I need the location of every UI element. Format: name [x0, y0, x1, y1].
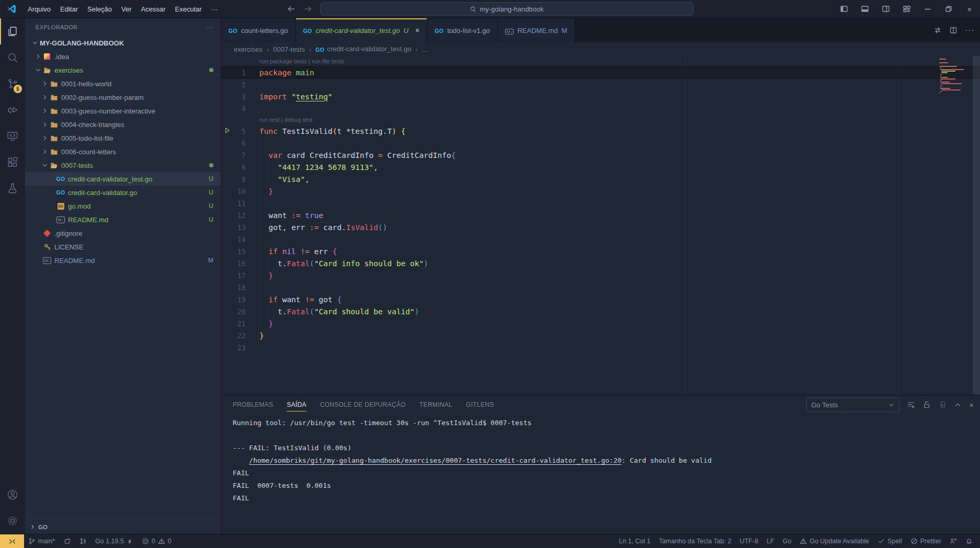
codelens[interactable]: run package tests | run file tests — [221, 56, 980, 66]
back-icon[interactable] — [287, 4, 296, 14]
menu-item-editar[interactable]: Editar — [55, 3, 83, 15]
status-spell[interactable]: Spell — [873, 534, 906, 548]
status-remote-indicator[interactable] — [0, 534, 24, 548]
lock-output-icon[interactable] — [922, 401, 931, 409]
more-actions-icon[interactable]: ··· — [206, 24, 213, 30]
close-icon[interactable]: × — [959, 0, 980, 18]
more-actions-icon[interactable]: ··· — [965, 26, 975, 35]
open-changes-icon[interactable] — [933, 26, 942, 35]
activity-settings[interactable] — [0, 508, 25, 534]
run-test-icon[interactable] — [223, 127, 231, 134]
tree-root[interactable]: MY-GOLANG-HANDBOOK — [25, 36, 221, 50]
status-problems[interactable]: 00 — [138, 534, 176, 548]
output-console[interactable]: Running tool: /usr/bin/go test -timeout … — [221, 414, 980, 534]
menu-item-executar[interactable]: Executar — [170, 3, 207, 15]
panel-tab-gitlens[interactable]: GITLENS — [466, 395, 494, 414]
minimize-icon[interactable] — [917, 0, 938, 18]
activity-run-debug[interactable] — [0, 97, 25, 123]
toggle-secondary-sidebar-icon[interactable] — [875, 0, 896, 18]
tree-item-label: 0004-check-triangles — [61, 121, 213, 129]
clear-output-icon[interactable] — [907, 401, 915, 409]
status-git-branch[interactable]: main* — [24, 534, 59, 548]
tab-count-letters-go[interactable]: GOcount-letters.go — [221, 18, 296, 42]
tree-item-0003-guess-number-interactive[interactable]: 0003-guess-number-interactive — [25, 104, 221, 118]
restore-icon[interactable] — [938, 0, 959, 18]
status-encoding[interactable]: UTF-8 — [735, 534, 762, 548]
menu-item-acessar[interactable]: Acessar — [136, 3, 170, 15]
tree-item--idea[interactable]: .idea — [25, 50, 221, 63]
activity-extensions[interactable] — [0, 149, 25, 175]
status-feedback[interactable] — [945, 534, 961, 548]
minimap[interactable] — [939, 58, 970, 96]
codelens[interactable]: run test | debug test — [221, 115, 980, 125]
tree-item-readme-md[interactable]: M↓README.mdM — [25, 254, 221, 267]
output-channel-dropdown[interactable]: Go Tests — [806, 397, 899, 412]
tab-todo-list-v1-go[interactable]: GOtodo-list-v1.go — [427, 18, 498, 42]
tree-item-go-mod[interactable]: GOgo.modU — [25, 199, 221, 213]
menu-item-ver[interactable]: Ver — [117, 3, 136, 15]
line-number: 12 — [221, 211, 246, 220]
activity-search[interactable] — [0, 44, 25, 71]
status-gitlens-compare[interactable] — [75, 534, 91, 548]
panel-tab-sa-da[interactable]: SAÍDA — [287, 395, 306, 414]
close-icon[interactable]: × — [415, 26, 419, 35]
tree-item-credit-card-validator-go[interactable]: GOcredit-card-validator.goU — [25, 186, 221, 199]
customize-layout-icon[interactable] — [896, 0, 917, 18]
breadcrumb-item[interactable]: GOcredit-card-validator_test.go — [315, 45, 411, 53]
token: { — [333, 247, 337, 256]
status-go-version[interactable]: Go 1.19.5 — [91, 534, 138, 548]
tree-item-0005-todo-list-file[interactable]: 0005-todo-list-file — [25, 131, 221, 145]
tree-item-0002-guess-number-param[interactable]: 0002-guess-number-param — [25, 90, 221, 104]
tree-item-credit-card-validator-test-go[interactable]: GOcredit-card-validator_test.goU — [25, 172, 221, 186]
menu-item-seleo[interactable]: Seleção — [83, 3, 117, 15]
tree-item-0004-check-triangles[interactable]: 0004-check-triangles — [25, 118, 221, 131]
panel-tab-problemas[interactable]: PROBLEMAS — [233, 395, 273, 414]
output-file-link[interactable]: /home/sombriks/git/my-golang-handbook/ex… — [249, 456, 621, 464]
breadcrumb-item[interactable]: ... — [422, 45, 428, 53]
tree-item-readme-md[interactable]: M↓README.mdU — [25, 213, 221, 226]
tree-item-license[interactable]: LICENSE — [25, 240, 221, 254]
gutter: 17 — [221, 269, 259, 281]
status-sync[interactable] — [59, 534, 75, 548]
tree-item-exercises[interactable]: exercises — [25, 63, 221, 77]
activity-account[interactable] — [0, 482, 25, 508]
go-icon: GO — [229, 27, 237, 35]
status-cursor-position[interactable]: Ln 1, Col 1 — [614, 534, 654, 548]
breadcrumb-item[interactable]: exercises — [234, 45, 263, 53]
tab-readme-md[interactable]: M↓README.mdM — [498, 18, 575, 42]
sidebar-section-go[interactable]: GO — [25, 519, 221, 534]
command-center-search[interactable]: my-golang-handbook — [320, 2, 693, 16]
tree-item-0001-hello-world[interactable]: 0001-hello-world — [25, 77, 221, 90]
menu-item-[interactable]: ··· — [207, 3, 223, 15]
editor-scrollbar[interactable] — [973, 56, 980, 395]
toggle-primary-sidebar-icon[interactable] — [834, 0, 854, 18]
status-notifications[interactable] — [961, 534, 977, 548]
tree-item-0007-tests[interactable]: 0007-tests — [25, 158, 221, 172]
minimap-line — [941, 83, 962, 84]
close-panel-icon[interactable]: × — [969, 401, 974, 409]
code-editor[interactable]: run package tests | run file tests1packa… — [221, 56, 980, 395]
activity-explorer[interactable] — [0, 18, 25, 44]
forward-icon[interactable] — [303, 4, 313, 14]
output-line: --- FAIL: TestIsValid (0.00s) — [233, 441, 980, 454]
status-prettier[interactable]: Prettier — [906, 534, 945, 548]
status-tab-size[interactable]: Tamanho da Tecla Tab: 2 — [655, 534, 736, 548]
status-eol[interactable]: LF — [762, 534, 779, 548]
activity-remote-explorer[interactable] — [0, 123, 25, 149]
activity-testing[interactable] — [0, 175, 25, 201]
split-editor-icon[interactable] — [949, 26, 958, 35]
tree-item--gitignore[interactable]: .gitignore — [25, 226, 221, 240]
toggle-panel-icon[interactable] — [854, 0, 875, 18]
tree-item-0006-count-letters[interactable]: 0006-count-letters — [25, 145, 221, 158]
menu-item-arquivo[interactable]: Arquivo — [23, 3, 55, 15]
status-go-update[interactable]: Go Update Available — [795, 534, 873, 548]
open-output-in-editor-icon[interactable] — [938, 401, 947, 409]
panel-tab-console-de-depura-o[interactable]: CONSOLE DE DEPURAÇÃO — [320, 395, 406, 414]
activity-source-control[interactable]: 5 — [0, 71, 25, 97]
token: " — [328, 93, 333, 101]
status-language-mode[interactable]: Go — [778, 534, 795, 548]
panel-tab-terminal[interactable]: TERMINAL — [419, 395, 452, 414]
breadcrumb-item[interactable]: 0007-tests — [273, 45, 305, 53]
maximize-panel-icon[interactable] — [954, 401, 962, 409]
tab-credit-card-validator-test-go[interactable]: GOcredit-card-validator_test.goU× — [296, 18, 428, 42]
